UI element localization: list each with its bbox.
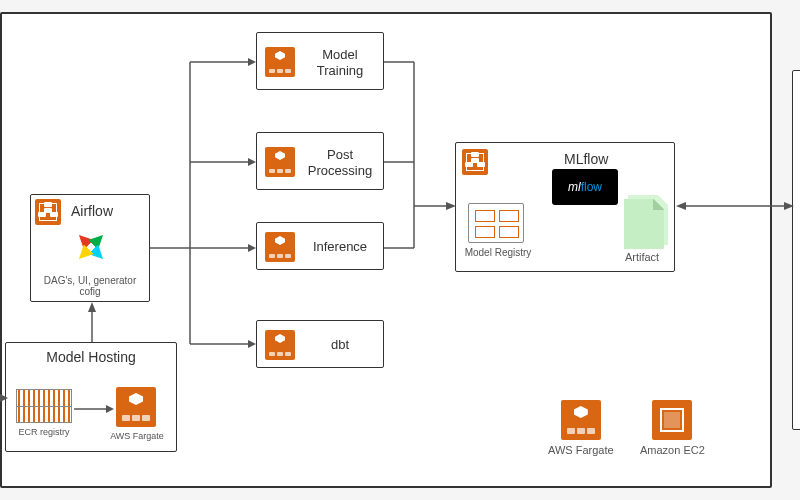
airflow-logo-icon: [73, 229, 109, 265]
inference-label: Inference: [301, 239, 379, 255]
footer-fargate: AWS Fargate: [548, 400, 614, 456]
dbt-label: dbt: [301, 337, 379, 353]
model-registry-label: Model Registry: [460, 247, 536, 258]
fargate-icon: [265, 147, 295, 177]
model-hosting-box: Model Hosting ECR registry AWS Fargate: [5, 342, 177, 452]
external-box: [792, 70, 800, 430]
inference-box: Inference: [256, 222, 384, 270]
fargate-icon: [265, 330, 295, 360]
footer-fargate-label: AWS Fargate: [548, 444, 614, 456]
model-hosting-title: Model Hosting: [6, 349, 176, 366]
mlflow-logo-ml: ml: [568, 180, 581, 194]
ecs-icon: [462, 149, 488, 175]
post-processing-label: Post Processing: [301, 147, 379, 178]
airflow-box: Airflow DAG's, UI, generator cofig: [30, 194, 150, 302]
mlflow-box: MLflow mlflow Model Registry Artifact: [455, 142, 675, 272]
dbt-box: dbt: [256, 320, 384, 368]
model-training-label: Model Training: [301, 47, 379, 78]
ecs-icon: [35, 199, 61, 225]
airflow-title: Airflow: [71, 203, 113, 220]
fargate-icon: [265, 47, 295, 77]
mlflow-title: MLflow: [564, 151, 608, 168]
footer-ec2-label: Amazon EC2: [640, 444, 705, 456]
ecr-to-fargate-arrow: [74, 405, 114, 415]
aws-fargate-label: AWS Fargate: [102, 431, 172, 441]
mlflow-logo-icon: mlflow: [552, 169, 618, 205]
amazon-ec2-icon: [652, 400, 692, 440]
aws-fargate-icon: [561, 400, 601, 440]
post-processing-box: Post Processing: [256, 132, 384, 190]
artifact-label: Artifact: [612, 251, 672, 263]
airflow-subtitle: DAG's, UI, generator cofig: [35, 275, 145, 297]
aws-fargate-icon: [116, 387, 156, 427]
artifact-icon: [624, 199, 664, 249]
model-registry-icon: [468, 203, 524, 243]
ecr-registry-label: ECR registry: [12, 427, 76, 437]
fargate-icon: [265, 232, 295, 262]
ecr-registry-icon: [16, 389, 72, 423]
mlflow-logo-flow: flow: [581, 180, 602, 194]
footer-ec2: Amazon EC2: [640, 400, 705, 456]
model-training-box: Model Training: [256, 32, 384, 90]
